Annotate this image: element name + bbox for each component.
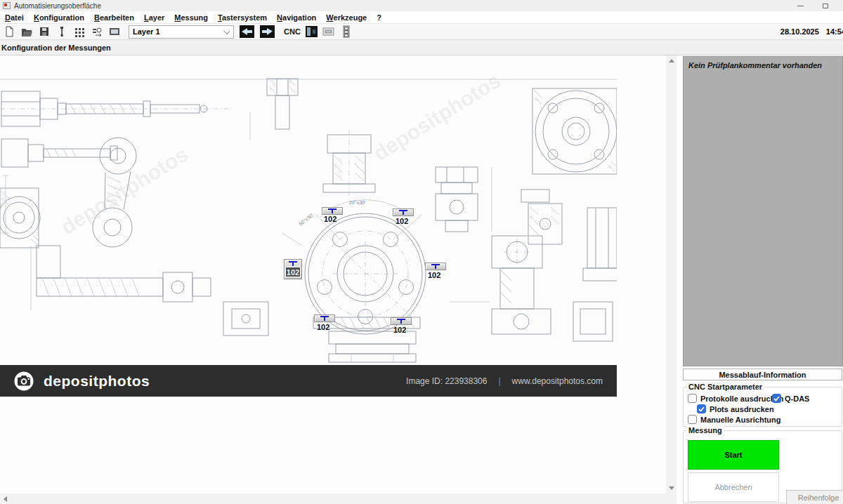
messablauf-information-button[interactable]: Messablauf-Information bbox=[683, 369, 842, 380]
image-icon bbox=[108, 25, 121, 38]
checkbox-label: Manuelle Ausrichtung bbox=[700, 416, 781, 424]
manuelle-ausrichtung-row: Manuelle Ausrichtung bbox=[688, 415, 781, 424]
plots-ausdrucken-row: Plots ausdrucken bbox=[697, 404, 774, 413]
stock-photo-bar: depositphotos Image ID: 223938306 | www.… bbox=[0, 365, 617, 397]
zero-position-icon bbox=[91, 25, 103, 38]
vertical-scrollbar[interactable] bbox=[666, 55, 677, 493]
layer-select-value: Layer 1 bbox=[133, 27, 160, 36]
machine-control-button[interactable] bbox=[303, 24, 320, 39]
probe-marker-button[interactable] bbox=[425, 263, 446, 270]
checkbox-label: Q-DAS bbox=[785, 394, 809, 403]
probe-icon bbox=[55, 25, 68, 38]
menu-konfiguration[interactable]: Konfiguration bbox=[29, 13, 89, 22]
new-document-button[interactable] bbox=[0, 24, 18, 39]
probe-marker-button[interactable] bbox=[322, 207, 343, 215]
technical-drawing: depositphotos depositphotos bbox=[0, 70, 617, 365]
divider: | bbox=[498, 376, 500, 386]
scroll-down-button[interactable] bbox=[666, 483, 677, 493]
open-file-button[interactable] bbox=[18, 24, 35, 39]
group-title: CNC Startparameter bbox=[686, 383, 764, 391]
chevron-down-icon bbox=[223, 28, 230, 34]
maximize-button[interactable] bbox=[813, 0, 837, 11]
triangle-up-icon bbox=[669, 59, 674, 62]
menu-help[interactable]: ? bbox=[372, 13, 386, 22]
grid-button[interactable] bbox=[70, 24, 88, 39]
scroll-up-button[interactable] bbox=[666, 55, 677, 66]
scroll-left-button[interactable] bbox=[0, 493, 11, 504]
display-button[interactable] bbox=[320, 24, 338, 39]
arrow-left-icon bbox=[241, 27, 253, 36]
brand-label: depositphotos bbox=[44, 373, 150, 390]
camera-logo-icon bbox=[13, 371, 37, 392]
menu-tastersystem[interactable]: Tastersystem bbox=[213, 13, 272, 22]
probe-tee-icon bbox=[320, 316, 329, 321]
triangle-down-icon bbox=[669, 486, 674, 490]
manuelle-ausrichtung-checkbox[interactable] bbox=[688, 415, 697, 424]
next-layer-button[interactable] bbox=[260, 25, 275, 38]
save-icon bbox=[38, 25, 51, 38]
machine-icon bbox=[306, 26, 318, 37]
marker-label: 102 bbox=[393, 326, 406, 334]
layer-select[interactable]: Layer 1 bbox=[129, 25, 234, 39]
image-id-label: Image ID: 223938306 bbox=[406, 376, 487, 386]
reihenfolge-button[interactable]: Reihenfolge bbox=[786, 490, 843, 504]
image-view-button[interactable] bbox=[105, 24, 123, 39]
time-label: 14:54 bbox=[826, 27, 843, 36]
marker-label: 102 bbox=[285, 267, 301, 277]
menu-werkzeuge[interactable]: Werkzeuge bbox=[321, 13, 372, 22]
window-title: Automatisierungsoberfläche bbox=[14, 2, 101, 10]
probe-marker-selected[interactable]: 102 bbox=[284, 259, 302, 279]
minimize-button[interactable] bbox=[788, 0, 812, 11]
menu-messung[interactable]: Messung bbox=[169, 13, 213, 22]
previous-layer-button[interactable] bbox=[240, 25, 254, 38]
inspection-plan-comment: Kein Prüfplankommentar vorhanden bbox=[683, 56, 843, 366]
app-icon bbox=[3, 2, 11, 9]
menu-bearbeiten[interactable]: Bearbeiten bbox=[89, 13, 139, 22]
new-document-icon bbox=[3, 25, 15, 38]
cnc-startparameter-group: CNC Startparameter Protokolle ausdrucken… bbox=[683, 387, 842, 427]
probe-rack-icon bbox=[343, 25, 350, 38]
probe-rack-button[interactable] bbox=[338, 24, 355, 39]
cnc-button[interactable]: CNC bbox=[282, 26, 303, 37]
angle-annotation-top: 20°±30' bbox=[349, 200, 366, 205]
menu-navigation[interactable]: Navigation bbox=[272, 13, 321, 22]
marker-label: 102 bbox=[324, 215, 336, 223]
protokolle-ausdrucken-checkbox[interactable] bbox=[688, 394, 697, 403]
menu-layer[interactable]: Layer bbox=[139, 13, 169, 22]
menu-datei[interactable]: Datei bbox=[0, 13, 29, 22]
protokolle-ausdrucken-row: Protokolle ausdrucken bbox=[688, 394, 784, 403]
q-das-checkbox[interactable] bbox=[772, 394, 781, 403]
open-folder-icon bbox=[20, 25, 33, 38]
scrollbar-corner bbox=[666, 493, 677, 504]
probe-tee-icon bbox=[289, 261, 297, 266]
start-button[interactable]: Start bbox=[688, 440, 779, 470]
probe-marker-button[interactable] bbox=[393, 208, 414, 216]
zero-position-button[interactable] bbox=[88, 24, 105, 39]
group-title: Messung bbox=[686, 426, 724, 435]
marker-label: 102 bbox=[396, 217, 408, 225]
drawing-canvas[interactable]: depositphotos depositphotos bbox=[0, 55, 666, 493]
probe-marker-button[interactable] bbox=[391, 317, 412, 325]
save-button[interactable] bbox=[35, 24, 53, 39]
probe-tee-icon bbox=[328, 208, 336, 213]
angle-annotation-left: 50°±30' bbox=[298, 213, 314, 227]
grid-icon bbox=[73, 25, 86, 38]
watermark-text-2: depositphotos bbox=[370, 70, 505, 165]
date-label: 28.10.2025 bbox=[780, 27, 819, 36]
display-icon bbox=[322, 26, 335, 37]
minimize-icon bbox=[797, 6, 804, 6]
toolbar: Layer 1 CNC 28.10.202514:54 bbox=[0, 23, 843, 40]
abbrechen-button[interactable]: Abbrechen bbox=[688, 472, 779, 502]
page-title: Konfiguration der Messungen bbox=[0, 40, 843, 55]
horizontal-scrollbar[interactable] bbox=[0, 493, 677, 504]
application-window: Automatisierungsoberfläche Datei Konfigu… bbox=[0, 0, 843, 504]
messung-group: Messung Start Abbrechen Reihenfolge bbox=[683, 430, 842, 503]
watermark-text: depositphotos bbox=[57, 142, 192, 239]
probe-marker-button[interactable] bbox=[314, 314, 335, 322]
probe-button[interactable] bbox=[53, 24, 70, 39]
menu-bar: Datei Konfiguration Bearbeiten Layer Mes… bbox=[0, 11, 843, 23]
q-das-row: Q-DAS bbox=[772, 394, 809, 403]
plots-ausdrucken-checkbox[interactable] bbox=[697, 404, 706, 413]
marker-label: 102 bbox=[317, 323, 329, 331]
side-panel: Kein Prüfplankommentar vorhanden Messabl… bbox=[683, 55, 843, 504]
